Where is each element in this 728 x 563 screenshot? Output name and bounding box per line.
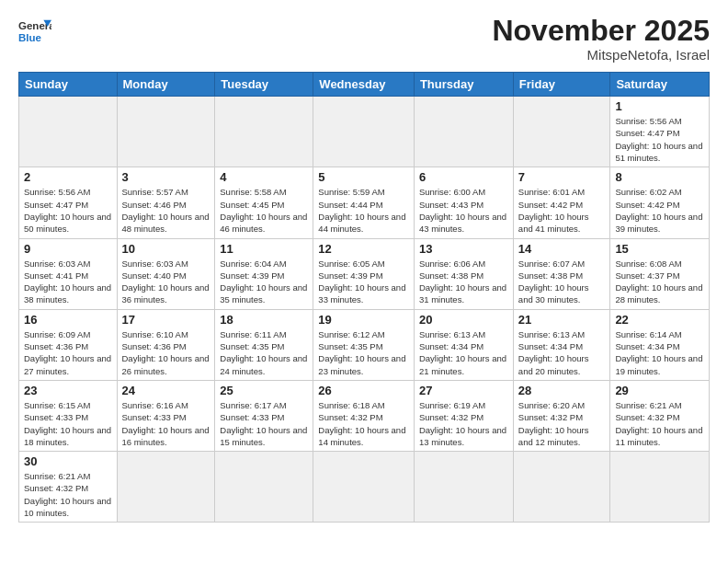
day-number: 13 <box>419 242 508 256</box>
calendar-cell <box>215 97 313 167</box>
day-number: 23 <box>24 384 112 397</box>
day-info: Sunrise: 6:10 AMSunset: 4:36 PMDaylight:… <box>122 328 210 377</box>
day-info: Sunrise: 6:13 AMSunset: 4:34 PMDaylight:… <box>419 328 508 377</box>
calendar: SundayMondayTuesdayWednesdayThursdayFrid… <box>18 72 710 523</box>
day-info: Sunrise: 6:07 AMSunset: 4:38 PMDaylight:… <box>518 258 606 306</box>
calendar-cell: 7Sunrise: 6:01 AMSunset: 4:42 PMDaylight… <box>513 167 610 238</box>
calendar-cell <box>313 97 415 167</box>
day-number: 12 <box>318 242 409 256</box>
logo-icon: General Blue <box>18 15 51 48</box>
calendar-cell: 4Sunrise: 5:58 AMSunset: 4:45 PMDaylight… <box>215 167 313 238</box>
calendar-cell: 29Sunrise: 6:21 AMSunset: 4:32 PMDayligh… <box>610 380 710 451</box>
day-info: Sunrise: 5:56 AMSunset: 4:47 PMDaylight:… <box>24 186 112 235</box>
calendar-cell: 12Sunrise: 6:05 AMSunset: 4:39 PMDayligh… <box>313 238 415 309</box>
calendar-cell: 20Sunrise: 6:13 AMSunset: 4:34 PMDayligh… <box>414 309 513 380</box>
day-number: 17 <box>122 313 210 327</box>
day-info: Sunrise: 6:05 AMSunset: 4:39 PMDaylight:… <box>318 258 409 306</box>
title-block: November 2025 MitspeNetofa, Israel <box>492 15 710 63</box>
calendar-cell: 11Sunrise: 6:04 AMSunset: 4:39 PMDayligh… <box>215 238 313 309</box>
day-number: 11 <box>220 242 308 256</box>
calendar-cell: 15Sunrise: 6:08 AMSunset: 4:37 PMDayligh… <box>610 238 710 309</box>
weekday-header: Sunday <box>19 73 118 97</box>
day-number: 3 <box>122 170 210 184</box>
day-number: 8 <box>615 170 704 184</box>
calendar-cell: 3Sunrise: 5:57 AMSunset: 4:46 PMDaylight… <box>117 167 215 238</box>
day-info: Sunrise: 6:15 AMSunset: 4:33 PMDaylight:… <box>24 399 112 448</box>
day-number: 16 <box>24 313 112 327</box>
page: General Blue November 2025 MitspeNetofa,… <box>0 0 728 563</box>
calendar-week-row: 23Sunrise: 6:15 AMSunset: 4:33 PMDayligh… <box>19 380 710 451</box>
day-number: 7 <box>518 170 606 184</box>
calendar-cell <box>19 97 118 167</box>
weekday-header: Wednesday <box>313 73 415 97</box>
day-info: Sunrise: 6:17 AMSunset: 4:33 PMDaylight:… <box>220 399 308 448</box>
calendar-cell: 6Sunrise: 6:00 AMSunset: 4:43 PMDaylight… <box>414 167 513 238</box>
day-info: Sunrise: 6:00 AMSunset: 4:43 PMDaylight:… <box>419 186 508 235</box>
calendar-cell: 13Sunrise: 6:06 AMSunset: 4:38 PMDayligh… <box>414 238 513 309</box>
day-number: 20 <box>419 313 508 327</box>
calendar-cell <box>117 452 215 523</box>
day-info: Sunrise: 6:02 AMSunset: 4:42 PMDaylight:… <box>615 186 704 235</box>
day-info: Sunrise: 6:09 AMSunset: 4:36 PMDaylight:… <box>24 328 112 377</box>
calendar-week-row: 16Sunrise: 6:09 AMSunset: 4:36 PMDayligh… <box>19 309 710 380</box>
calendar-cell: 28Sunrise: 6:20 AMSunset: 4:32 PMDayligh… <box>513 380 610 451</box>
day-info: Sunrise: 6:04 AMSunset: 4:39 PMDaylight:… <box>220 258 308 306</box>
day-number: 25 <box>220 384 308 397</box>
day-number: 19 <box>318 313 409 327</box>
calendar-cell: 8Sunrise: 6:02 AMSunset: 4:42 PMDaylight… <box>610 167 710 238</box>
day-info: Sunrise: 6:16 AMSunset: 4:33 PMDaylight:… <box>122 399 210 448</box>
calendar-cell <box>513 97 610 167</box>
day-info: Sunrise: 6:11 AMSunset: 4:35 PMDaylight:… <box>220 328 308 377</box>
calendar-cell <box>513 452 610 523</box>
day-info: Sunrise: 5:57 AMSunset: 4:46 PMDaylight:… <box>122 186 210 235</box>
calendar-cell: 24Sunrise: 6:16 AMSunset: 4:33 PMDayligh… <box>117 380 215 451</box>
day-number: 24 <box>122 384 210 397</box>
weekday-header: Friday <box>513 73 610 97</box>
day-number: 22 <box>615 313 704 327</box>
day-info: Sunrise: 6:03 AMSunset: 4:41 PMDaylight:… <box>24 258 112 306</box>
month-title: November 2025 <box>492 15 710 47</box>
header: General Blue November 2025 MitspeNetofa,… <box>18 15 710 63</box>
day-info: Sunrise: 6:13 AMSunset: 4:34 PMDaylight:… <box>518 328 606 377</box>
day-number: 15 <box>615 242 704 256</box>
calendar-cell <box>414 97 513 167</box>
day-number: 27 <box>419 384 508 397</box>
day-info: Sunrise: 6:14 AMSunset: 4:34 PMDaylight:… <box>615 328 704 377</box>
day-number: 10 <box>122 242 210 256</box>
calendar-cell: 22Sunrise: 6:14 AMSunset: 4:34 PMDayligh… <box>610 309 710 380</box>
day-info: Sunrise: 6:01 AMSunset: 4:42 PMDaylight:… <box>518 186 606 235</box>
calendar-week-row: 1Sunrise: 5:56 AMSunset: 4:47 PMDaylight… <box>19 97 710 167</box>
calendar-cell: 10Sunrise: 6:03 AMSunset: 4:40 PMDayligh… <box>117 238 215 309</box>
day-number: 29 <box>615 384 704 397</box>
calendar-cell <box>215 452 313 523</box>
day-info: Sunrise: 5:59 AMSunset: 4:44 PMDaylight:… <box>318 186 409 235</box>
day-info: Sunrise: 6:18 AMSunset: 4:32 PMDaylight:… <box>318 399 409 448</box>
calendar-cell: 19Sunrise: 6:12 AMSunset: 4:35 PMDayligh… <box>313 309 415 380</box>
calendar-week-row: 9Sunrise: 6:03 AMSunset: 4:41 PMDaylight… <box>19 238 710 309</box>
day-info: Sunrise: 6:21 AMSunset: 4:32 PMDaylight:… <box>24 470 112 519</box>
calendar-cell: 18Sunrise: 6:11 AMSunset: 4:35 PMDayligh… <box>215 309 313 380</box>
day-info: Sunrise: 6:19 AMSunset: 4:32 PMDaylight:… <box>419 399 508 448</box>
calendar-cell: 1Sunrise: 5:56 AMSunset: 4:47 PMDaylight… <box>610 97 710 167</box>
logo: General Blue <box>18 15 51 48</box>
weekday-header: Thursday <box>414 73 513 97</box>
day-info: Sunrise: 6:12 AMSunset: 4:35 PMDaylight:… <box>318 328 409 377</box>
calendar-cell: 23Sunrise: 6:15 AMSunset: 4:33 PMDayligh… <box>19 380 118 451</box>
weekday-header: Saturday <box>610 73 710 97</box>
day-number: 21 <box>518 313 606 327</box>
day-number: 14 <box>518 242 606 256</box>
day-number: 9 <box>24 242 112 256</box>
day-number: 30 <box>24 454 112 468</box>
calendar-cell: 17Sunrise: 6:10 AMSunset: 4:36 PMDayligh… <box>117 309 215 380</box>
calendar-cell: 26Sunrise: 6:18 AMSunset: 4:32 PMDayligh… <box>313 380 415 451</box>
calendar-cell: 5Sunrise: 5:59 AMSunset: 4:44 PMDaylight… <box>313 167 415 238</box>
calendar-cell <box>313 452 415 523</box>
day-info: Sunrise: 6:08 AMSunset: 4:37 PMDaylight:… <box>615 258 704 306</box>
weekday-header: Tuesday <box>215 73 313 97</box>
calendar-cell <box>414 452 513 523</box>
day-number: 2 <box>24 170 112 184</box>
calendar-cell: 27Sunrise: 6:19 AMSunset: 4:32 PMDayligh… <box>414 380 513 451</box>
day-number: 6 <box>419 170 508 184</box>
day-number: 28 <box>518 384 606 397</box>
calendar-cell <box>117 97 215 167</box>
